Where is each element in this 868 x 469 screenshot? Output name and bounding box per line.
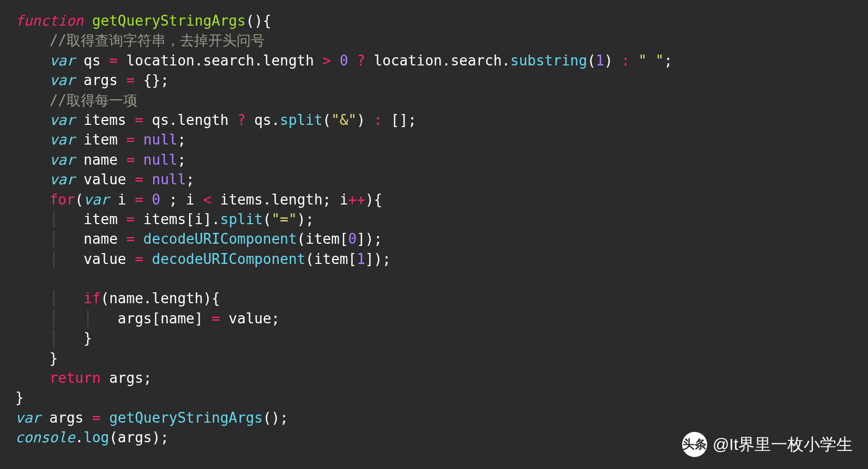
code-token: ;	[186, 171, 195, 188]
code-token: i	[109, 191, 135, 208]
code-token: (	[323, 112, 331, 128]
code-token: substring	[510, 52, 587, 69]
code-token	[15, 290, 50, 306]
code-token: =	[126, 72, 135, 88]
code-token: │	[50, 211, 84, 227]
code-token: length; i	[272, 191, 348, 208]
code-token: =	[126, 152, 135, 168]
code-token: =	[135, 251, 143, 267]
code-token	[15, 152, 50, 168]
code-token	[15, 251, 50, 267]
code-token: )	[357, 112, 373, 128]
code-token: 1	[596, 52, 605, 69]
code-token: =	[135, 191, 143, 208]
code-line: var value = null;	[15, 170, 853, 189]
code-token: location	[365, 52, 442, 69]
code-editor-content: function getQueryStringArgs(){ //取得查询字符串…	[15, 11, 853, 448]
code-token: }	[83, 330, 92, 346]
code-token: (	[263, 211, 272, 227]
code-token: split	[220, 211, 263, 227]
code-token	[15, 310, 50, 327]
code-line: function getQueryStringArgs(){	[15, 11, 853, 31]
code-token: var	[50, 152, 75, 168]
code-token	[15, 72, 50, 88]
code-token: getQueryStringArgs	[92, 13, 246, 29]
code-token: //取得每一项	[50, 92, 137, 109]
code-token: .	[442, 52, 451, 69]
code-token: " "	[638, 52, 664, 69]
code-token: .	[254, 52, 263, 69]
code-token: items	[75, 112, 135, 128]
code-token: ]);	[357, 231, 382, 247]
code-token	[15, 171, 50, 188]
code-token	[135, 131, 143, 148]
code-token: qs	[143, 112, 169, 128]
code-token: (item[	[305, 251, 357, 267]
code-token: ;	[664, 52, 673, 69]
code-token: split	[280, 112, 322, 128]
code-token: return	[50, 370, 101, 386]
code-token: null	[143, 131, 178, 148]
code-token: value;	[220, 310, 280, 327]
code-token: items[i]	[135, 211, 212, 227]
code-line: //取得查询字符串，去掉开头问号	[15, 31, 853, 50]
code-token: 0	[152, 191, 161, 208]
code-token: qs	[246, 112, 272, 128]
code-token	[135, 231, 143, 247]
code-token: (item[	[297, 231, 348, 247]
code-token: var	[50, 131, 75, 148]
code-line: var name = null;	[15, 150, 853, 170]
code-token: var	[83, 191, 109, 208]
code-token	[15, 92, 50, 109]
code-token: null	[152, 171, 186, 188]
code-token: qs	[75, 52, 110, 69]
code-token	[15, 370, 50, 386]
code-token: item	[75, 131, 126, 148]
code-token: var	[50, 52, 75, 69]
code-token: <	[203, 191, 212, 208]
code-token: function	[15, 13, 83, 29]
code-token	[15, 191, 50, 208]
code-token: ?	[357, 52, 365, 69]
code-token: args;	[101, 370, 152, 386]
code-token: args	[75, 72, 126, 88]
code-token: .	[502, 52, 510, 69]
code-token	[15, 32, 50, 49]
code-token: =	[135, 171, 143, 188]
code-token: var	[15, 410, 41, 426]
code-token: ?	[237, 112, 246, 128]
code-token: decodeURIComponent	[143, 231, 297, 247]
code-token: ;	[177, 131, 186, 148]
code-line: var item = null;	[15, 130, 853, 149]
code-token: =	[126, 231, 135, 247]
code-token: )	[604, 52, 621, 69]
code-token	[630, 52, 638, 69]
code-token: "="	[272, 211, 297, 227]
code-token: │	[50, 231, 84, 247]
code-token: =	[126, 211, 135, 227]
toutiao-logo-icon: 头条	[682, 432, 707, 457]
code-token: .	[212, 211, 220, 227]
code-token	[15, 52, 50, 69]
code-token: length){	[152, 290, 220, 306]
code-token	[348, 52, 357, 69]
code-token: .	[263, 191, 272, 208]
code-token: }	[15, 350, 58, 366]
code-token: │	[50, 290, 84, 306]
code-token	[15, 112, 50, 128]
code-token: log	[83, 429, 109, 446]
code-token	[143, 191, 152, 208]
code-token: │	[50, 251, 84, 267]
code-line: var args = getQueryStringArgs();	[15, 408, 853, 428]
code-token: }	[15, 389, 24, 406]
code-token: console	[15, 429, 75, 446]
code-token	[101, 410, 110, 426]
code-token	[143, 251, 152, 267]
code-token: search	[450, 52, 502, 69]
code-token: if	[83, 290, 100, 306]
code-token: length	[263, 52, 323, 69]
code-token: (	[75, 191, 84, 208]
code-token: =	[92, 410, 101, 426]
code-token: .	[143, 290, 152, 306]
code-token: name	[75, 152, 126, 168]
